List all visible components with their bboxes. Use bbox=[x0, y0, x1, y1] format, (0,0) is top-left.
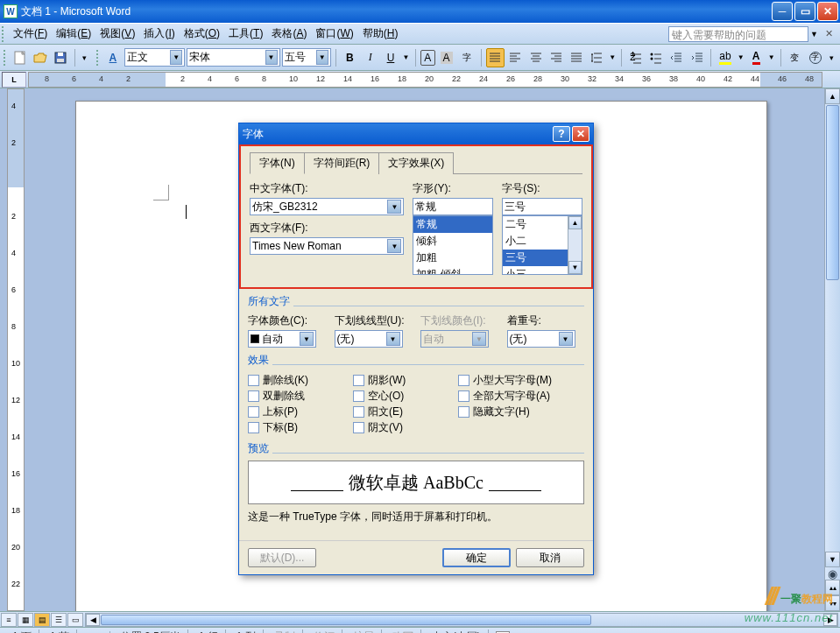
font-size-input[interactable]: 三号 bbox=[502, 198, 582, 215]
emboss-checkbox[interactable]: 阳文(E) bbox=[353, 404, 458, 419]
superscript-checkbox[interactable]: 上标(P) bbox=[248, 404, 353, 419]
close-button[interactable]: ✕ bbox=[817, 2, 838, 21]
align-right-button[interactable] bbox=[547, 48, 565, 67]
list-item[interactable]: 倾斜 bbox=[413, 233, 492, 250]
reading-view-button[interactable]: ▭ bbox=[67, 613, 83, 627]
all-caps-checkbox[interactable]: 全部大写字母(A) bbox=[458, 389, 584, 404]
char-shading-button[interactable]: A bbox=[437, 48, 455, 67]
enclose-char-button[interactable]: 字 bbox=[806, 48, 824, 67]
highlight-button[interactable]: ab bbox=[716, 48, 734, 67]
small-caps-checkbox[interactable]: 小型大写字母(M) bbox=[458, 373, 584, 388]
italic-button[interactable]: I bbox=[361, 48, 379, 67]
char-border-button[interactable]: A bbox=[420, 50, 435, 66]
vertical-ruler[interactable]: 42246810121416182022 bbox=[7, 88, 25, 611]
underline-button[interactable]: U bbox=[381, 48, 399, 67]
scroll-down-icon[interactable]: ▼ bbox=[568, 261, 582, 274]
toolbar-overflow[interactable]: ▾ bbox=[80, 48, 90, 67]
web-view-button[interactable]: ▦ bbox=[18, 613, 33, 627]
outdent-button[interactable] bbox=[667, 48, 686, 67]
font-color-combo[interactable]: 自动▼ bbox=[248, 330, 316, 348]
engrave-checkbox[interactable]: 阴文(V) bbox=[353, 420, 458, 435]
outline-view-button[interactable]: ☰ bbox=[51, 613, 67, 627]
dialog-title-bar[interactable]: 字体 ? ✕ bbox=[239, 123, 593, 144]
status-line[interactable]: 1 行 bbox=[192, 629, 226, 633]
open-button[interactable] bbox=[31, 48, 49, 67]
align-distribute-button[interactable] bbox=[568, 48, 586, 67]
bold-button[interactable]: B bbox=[341, 48, 359, 67]
new-doc-button[interactable] bbox=[11, 48, 29, 67]
horizontal-scrollbar[interactable]: ◀ ▶ bbox=[85, 613, 838, 627]
line-spacing-dd[interactable]: ▼ bbox=[608, 48, 617, 67]
minimize-button[interactable]: ─ bbox=[772, 2, 793, 21]
double-strike-checkbox[interactable]: 双删除线 bbox=[248, 389, 353, 404]
en-font-combo[interactable]: Times New Roman▼ bbox=[250, 237, 404, 255]
toolbar-grip[interactable] bbox=[2, 26, 7, 42]
cancel-button[interactable]: 取消 bbox=[516, 548, 584, 567]
underline-dropdown[interactable]: ▼ bbox=[402, 48, 411, 67]
align-center-button[interactable] bbox=[526, 48, 545, 67]
menu-table[interactable]: 表格(A) bbox=[267, 25, 311, 43]
underline-type-combo[interactable]: (无)▼ bbox=[335, 330, 403, 348]
format-toolbar-overflow[interactable]: ▾ bbox=[826, 48, 836, 67]
font-color-dd[interactable]: ▼ bbox=[767, 48, 776, 67]
scroll-up-button[interactable]: ▲ bbox=[825, 88, 840, 104]
help-search-input[interactable]: 键入需要帮助的问题 bbox=[668, 26, 808, 42]
help-search-dropdown[interactable]: ▼ bbox=[810, 30, 818, 39]
browse-object-button[interactable]: ◉ bbox=[825, 567, 840, 580]
outline-checkbox[interactable]: 空心(O) bbox=[353, 389, 458, 404]
status-col[interactable]: 1 列 bbox=[229, 629, 264, 633]
align-justify-button[interactable] bbox=[486, 48, 505, 67]
tab-text-effects[interactable]: 文字效果(X) bbox=[378, 152, 454, 174]
scroll-up-icon[interactable]: ▲ bbox=[568, 216, 582, 229]
bullet-list-button[interactable] bbox=[646, 48, 665, 67]
menu-help[interactable]: 帮助(H) bbox=[358, 25, 403, 43]
emphasis-combo[interactable]: (无)▼ bbox=[507, 330, 575, 348]
menu-edit[interactable]: 编辑(E) bbox=[52, 25, 95, 43]
print-layout-button[interactable]: ▤ bbox=[34, 613, 50, 627]
font-combo[interactable]: 宋体▼ bbox=[187, 48, 279, 67]
list-item[interactable]: 加粗 bbox=[413, 250, 492, 266]
char-scale-button[interactable]: 字 bbox=[457, 48, 476, 67]
phonetic-guide-button[interactable]: 变 bbox=[786, 48, 804, 67]
maximize-button[interactable]: ▭ bbox=[794, 2, 815, 21]
hscroll-thumb[interactable] bbox=[101, 615, 591, 625]
dialog-help-button[interactable]: ? bbox=[553, 126, 570, 142]
cn-font-combo[interactable]: 仿宋_GB2312▼ bbox=[250, 198, 404, 215]
menu-view[interactable]: 视图(V) bbox=[95, 25, 139, 43]
line-spacing-button[interactable] bbox=[588, 48, 606, 67]
doc-close-button[interactable]: ✕ bbox=[825, 28, 833, 39]
status-revise[interactable]: 修订 bbox=[307, 629, 342, 633]
save-button[interactable] bbox=[51, 48, 69, 67]
status-language[interactable]: 中文(中国) bbox=[425, 629, 489, 633]
subscript-checkbox[interactable]: 下标(B) bbox=[248, 420, 353, 435]
status-section[interactable]: 1 节 bbox=[43, 629, 77, 633]
tab-font[interactable]: 字体(N) bbox=[250, 152, 305, 174]
menu-tools[interactable]: 工具(T) bbox=[224, 25, 267, 43]
font-style-listbox[interactable]: 常规 倾斜 加粗 加粗 倾斜 bbox=[413, 215, 493, 275]
menu-file[interactable]: 文件(F) bbox=[9, 25, 52, 43]
shadow-checkbox[interactable]: 阴影(W) bbox=[353, 373, 458, 388]
normal-view-button[interactable]: ≡ bbox=[1, 613, 17, 627]
status-extend[interactable]: 扩展 bbox=[346, 629, 382, 633]
menu-window[interactable]: 窗口(W) bbox=[311, 25, 357, 43]
strikethrough-checkbox[interactable]: 删除线(K) bbox=[248, 373, 353, 388]
style-format-button[interactable]: A bbox=[103, 48, 122, 67]
horizontal-ruler[interactable]: 8642246810121416182022242628303234363840… bbox=[28, 72, 822, 88]
scroll-thumb[interactable] bbox=[826, 105, 839, 280]
menu-insert[interactable]: 插入(I) bbox=[139, 25, 179, 43]
menu-format[interactable]: 格式(O) bbox=[180, 25, 224, 43]
vertical-scrollbar[interactable]: ▲ ▼ ◉ ▴▴ ▾▾ bbox=[824, 88, 840, 611]
hscroll-left[interactable]: ◀ bbox=[86, 614, 100, 626]
highlight-dd[interactable]: ▼ bbox=[737, 48, 745, 67]
numbered-list-button[interactable]: 12 bbox=[626, 48, 645, 67]
status-position[interactable]: 位置 2.5厘米 bbox=[114, 629, 188, 633]
default-button[interactable]: 默认(D)... bbox=[248, 548, 316, 567]
status-page[interactable]: 1 页 bbox=[5, 629, 39, 633]
tab-char-spacing[interactable]: 字符间距(R) bbox=[304, 152, 380, 174]
size-combo[interactable]: 五号▼ bbox=[282, 48, 331, 67]
font-style-input[interactable]: 常规 bbox=[413, 198, 493, 215]
indent-button[interactable] bbox=[688, 48, 706, 67]
scroll-down-button[interactable]: ▼ bbox=[825, 552, 840, 567]
list-item[interactable]: 常规 bbox=[413, 216, 492, 233]
status-record[interactable]: 录制 bbox=[267, 629, 303, 633]
